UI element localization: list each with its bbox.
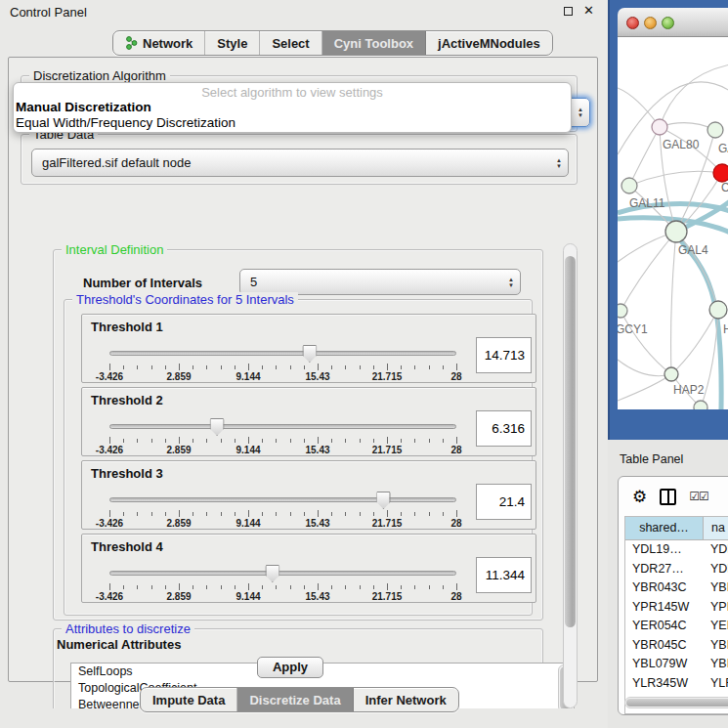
network-edge[interactable] [618, 88, 660, 127]
tick-mark [360, 439, 361, 443]
column-header-name[interactable]: na [704, 517, 728, 539]
slider-thumb[interactable] [302, 345, 317, 363]
network-edge[interactable] [618, 374, 671, 401]
cell-shared-name[interactable]: YLR345W [625, 674, 704, 694]
gear-icon[interactable]: ⚙ [632, 487, 647, 507]
network-node[interactable] [618, 304, 627, 318]
table-row[interactable]: YBR043CYBR0 [625, 578, 728, 598]
slider-thumb[interactable] [265, 565, 279, 582]
cell-shared-name[interactable]: YER054C [625, 617, 704, 636]
slider-ticks [109, 437, 456, 445]
columns-icon[interactable] [660, 489, 676, 505]
tab-jactivemnodules[interactable]: jActiveMNodules [426, 31, 552, 55]
cell-name[interactable]: YDR2 [704, 560, 728, 579]
slider-thumb[interactable] [376, 492, 391, 509]
checkbox-icons[interactable]: ☑☑ [689, 490, 708, 503]
slider-thumb[interactable] [210, 418, 225, 436]
table-row[interactable]: YLR345WYLR3 [625, 674, 728, 694]
threshold-slider[interactable]: -3.4262.8599.14415.4321.71528 [109, 494, 456, 524]
tick-mark [151, 585, 152, 589]
cell-name[interactable]: YPR1 [704, 598, 728, 618]
tab-network[interactable]: Network [113, 31, 205, 55]
cell-name[interactable]: YBR0 [704, 578, 728, 598]
slider-track[interactable] [109, 351, 456, 356]
minimize-traffic-light[interactable] [644, 17, 657, 29]
network-node[interactable] [652, 119, 667, 135]
tick-mark [318, 364, 319, 370]
close-icon[interactable]: ✕ [583, 3, 594, 18]
network-node[interactable] [709, 301, 727, 319]
cell-name[interactable]: YER0 [704, 617, 728, 636]
dropdown-prompt-item[interactable]: Select algorithm to view settings [14, 83, 571, 100]
network-window-titlebar[interactable] [618, 8, 728, 37]
tab-label: Network [143, 36, 193, 51]
cell-name[interactable]: YDL1 [704, 540, 728, 560]
network-edge[interactable] [660, 64, 728, 127]
slider-track[interactable] [109, 571, 456, 576]
tab-impute-data[interactable]: Impute Data [141, 688, 237, 711]
settings-scrollbar-thumb[interactable] [565, 256, 576, 627]
settings-scrollbar[interactable] [563, 243, 578, 708]
network-edge[interactable] [621, 232, 676, 311]
tab-style[interactable]: Style [205, 31, 260, 55]
threshold-value-field[interactable]: 21.4 [476, 484, 532, 520]
cell-shared-name[interactable]: YBR045C [625, 636, 704, 656]
network-node[interactable] [694, 401, 707, 409]
table-row[interactable]: YBL079WYBL0 [625, 655, 728, 674]
network-canvas[interactable]: GAL80GACGAL11GAL4GCY1HHAP2 [618, 37, 728, 409]
maximize-traffic-light[interactable] [662, 17, 674, 29]
cell-name[interactable]: YBR0 [704, 636, 728, 656]
tab-discretize-data[interactable]: Discretize Data [237, 688, 353, 711]
table-row[interactable]: YDR27…YDR2 [625, 560, 728, 579]
threshold-slider[interactable]: -3.4262.8599.14415.4321.71528 [109, 421, 456, 450]
network-node[interactable] [664, 367, 678, 381]
threshold-value-field[interactable]: 11.344 [476, 557, 532, 593]
cell-shared-name[interactable]: YBL079W [625, 655, 704, 674]
slider-track[interactable] [109, 497, 456, 502]
table-data-combobox[interactable]: galFiltered.sif default node ▲▼ [31, 149, 569, 177]
dropdown-item-manual[interactable]: Manual Discretization [14, 100, 571, 115]
table-hscrollbar-thumb[interactable] [626, 699, 728, 707]
column-header-shared-name[interactable]: shared… [625, 517, 704, 539]
tab-cyni-toolbox[interactable]: Cyni Toolbox [322, 31, 426, 55]
threshold-list: Threshold 1 -3.4262.8599.14415.4321.7152… [64, 310, 536, 603]
table-row[interactable]: YER054CYER0 [625, 617, 728, 636]
table-hscrollbar[interactable] [624, 697, 728, 708]
table-row[interactable]: YPR145WYPR1 [625, 598, 728, 618]
tick-mark [304, 365, 305, 369]
cell-name[interactable]: YBL0 [704, 655, 728, 674]
network-node[interactable] [621, 178, 637, 193]
table-row[interactable]: YBR045CYBR0 [625, 636, 728, 656]
threshold-value-field[interactable]: 14.713 [476, 337, 532, 373]
number-of-intervals-combobox[interactable]: 5 ▲▼ [239, 269, 521, 295]
network-edge[interactable] [671, 232, 676, 374]
network-edge[interactable] [621, 311, 671, 374]
cell-shared-name[interactable]: YBR043C [625, 578, 704, 598]
tick-mark [193, 512, 193, 516]
threshold-slider[interactable]: -3.4262.8599.14415.4321.71528 [109, 348, 456, 377]
close-traffic-light[interactable] [626, 17, 639, 29]
network-edge[interactable] [671, 310, 718, 374]
tick-mark [221, 585, 222, 589]
network-node[interactable] [665, 221, 687, 242]
network-window[interactable]: GAL80GACGAL11GAL4GCY1HHAP2 [608, 0, 728, 440]
threshold-value-field[interactable]: 6.316 [476, 410, 532, 447]
cell-shared-name[interactable]: YDR27… [625, 560, 704, 579]
tab-select[interactable]: Select [260, 31, 321, 55]
tick-mark [109, 364, 110, 370]
cell-shared-name[interactable]: YPR145W [625, 598, 704, 618]
apply-button[interactable]: Apply [257, 657, 323, 678]
network-node[interactable] [707, 122, 723, 138]
float-icon[interactable] [564, 7, 573, 16]
network-node[interactable] [713, 164, 728, 182]
threshold-slider[interactable]: -3.4262.8599.14415.4321.71528 [109, 568, 456, 597]
dropdown-item-equal-width[interactable]: Equal Width/Frequency Discretization [14, 115, 571, 131]
network-edge[interactable] [629, 171, 722, 186]
slider-track[interactable] [109, 424, 456, 429]
slider-tick-labels: -3.4262.8599.14415.4321.71528 [109, 591, 456, 603]
table-row[interactable]: YDL19…YDL1 [625, 540, 728, 560]
cell-name[interactable]: YLR3 [704, 674, 728, 694]
tick-mark [276, 585, 277, 589]
cell-shared-name[interactable]: YDL19… [625, 540, 704, 560]
tab-infer-network[interactable]: Infer Network [354, 688, 458, 711]
